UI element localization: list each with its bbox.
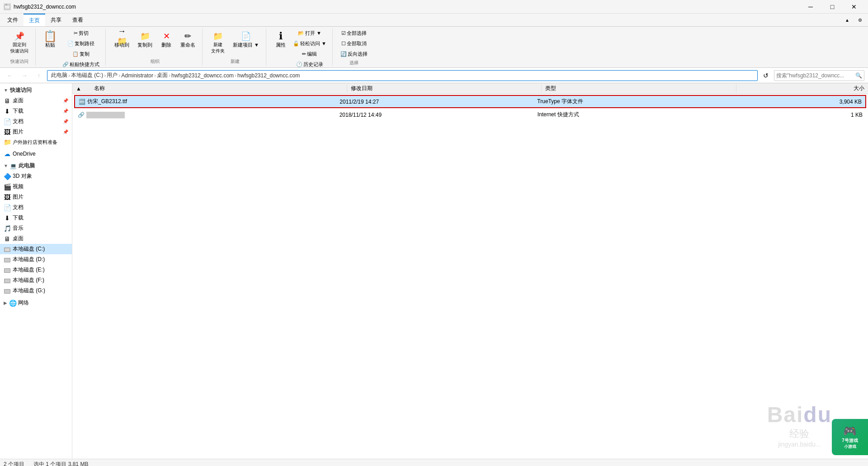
file-1-type: TrueType 字体文件 — [533, 98, 731, 105]
sidebar-item-onedrive[interactable]: ☁ OneDrive — [0, 149, 72, 159]
this-pc-header[interactable]: ▼ 💻 此电脑 — [0, 161, 72, 171]
game-icon-area[interactable]: 🎮 7号游戏 小游戏 — [832, 419, 868, 455]
downloads-pc-icon: ⬇ — [4, 214, 11, 222]
sidebar-item-outdoor[interactable]: 📁 户外旅行店资料准备 — [0, 137, 72, 147]
sidebar-item-desktop[interactable]: 🖥 桌面 📌 — [0, 95, 72, 106]
select-none-icon: ☐ — [341, 41, 346, 47]
ribbon-settings-btn[interactable]: ⚙ — [854, 14, 866, 26]
properties-area: ℹ 属性 — [272, 29, 290, 51]
move-to-button[interactable]: →📁 移动到 — [111, 29, 132, 51]
col-header-date[interactable]: 修改日期 — [347, 85, 542, 92]
file-2-name: ██████████ — [86, 112, 125, 118]
properties-label: 属性 — [276, 42, 286, 48]
sep-1: › — [68, 72, 70, 79]
sidebar-item-c-drive[interactable]: 本地磁盘 (C:) — [0, 244, 72, 254]
sep-3: › — [118, 72, 120, 79]
open-button[interactable]: 📂 打开 ▼ — [291, 29, 329, 38]
path-part-5: 桌面 — [157, 71, 168, 79]
col-header-name[interactable]: 名称 — [90, 85, 347, 92]
paste-shortcut-button[interactable]: 🔗 粘贴快捷方式 — [60, 60, 102, 69]
sidebar-item-e-drive[interactable]: 本地磁盘 (E:) — [0, 265, 72, 275]
col-header-type[interactable]: 类型 — [542, 85, 736, 92]
address-path[interactable]: 此电脑 › 本地磁盘 (C:) › 用户 › Administrator › 桌… — [47, 70, 758, 81]
new-folder-button[interactable]: 📁 新建 文件夹 — [208, 29, 228, 57]
file-row-2[interactable]: 🔗 ██████████ 2018/11/12 14:49 Internet 快… — [74, 109, 866, 120]
copy-label: 复制 — [80, 51, 90, 57]
pin-to-quick-access-button[interactable]: 📌 固定到 快速访问 — [7, 29, 32, 57]
new-folder-icon: 📁 — [212, 31, 223, 42]
delete-button[interactable]: ✕ 删除 — [157, 29, 175, 51]
up-button[interactable]: ↑ — [33, 69, 45, 82]
paste-icon: 📋 — [45, 31, 56, 42]
edit-icon: ✏ — [302, 51, 306, 57]
new-item-button[interactable]: 📄 新建项目 ▼ — [230, 29, 262, 51]
paste-button[interactable]: 📋 粘贴 — [41, 29, 59, 51]
sidebar-item-f-drive[interactable]: 本地磁盘 (F:) — [0, 275, 72, 285]
sidebar-item-music[interactable]: 🎵 音乐 — [0, 223, 72, 233]
tab-file[interactable]: 文件 — [2, 14, 24, 26]
new-group-label: 新建 — [231, 57, 240, 66]
sidebar-quick-access: ▼ 快速访问 🖥 桌面 📌 ⬇ 下载 📌 📄 文档 📌 🖼 图片 � — [0, 85, 72, 147]
properties-button[interactable]: ℹ 属性 — [272, 29, 290, 51]
sidebar-item-desktop-pc[interactable]: 🖥 桌面 — [0, 233, 72, 244]
minimize-button[interactable]: ─ — [800, 0, 821, 14]
copy-path-button[interactable]: 📄 复制路径 — [60, 39, 102, 48]
sidebar-item-docs-pc[interactable]: 📄 文档 — [0, 202, 72, 213]
easy-access-button[interactable]: 🔓 轻松访问 ▼ — [291, 39, 329, 48]
sidebar-item-downloads-pc[interactable]: ⬇ 下载 — [0, 213, 72, 223]
open-small-buttons: 📂 打开 ▼ 🔓 轻松访问 ▼ ✏ 编辑 — [291, 29, 329, 69]
refresh-button[interactable]: ↺ — [760, 69, 772, 82]
tab-share[interactable]: 共享 — [45, 14, 67, 26]
search-input[interactable] — [776, 72, 855, 79]
search-icon: 🔍 — [855, 72, 862, 79]
quick-access-header[interactable]: ▼ 快速访问 — [0, 85, 72, 95]
video-icon: 🎬 — [4, 183, 11, 190]
header-up-area: ▲ — [72, 86, 90, 92]
file-1-name: 仿宋_GB2312.ttf — [87, 98, 127, 105]
forward-button[interactable]: → — [18, 69, 31, 82]
tab-home[interactable]: 主页 — [24, 14, 45, 26]
copy-to-label: 复制到 — [137, 42, 152, 48]
sidebar-item-downloads[interactable]: ⬇ 下载 📌 — [0, 106, 72, 116]
sidebar-item-d-drive[interactable]: 本地磁盘 (D:) — [0, 254, 72, 265]
back-button[interactable]: ← — [4, 69, 16, 82]
tab-view[interactable]: 查看 — [67, 14, 89, 26]
close-button[interactable]: ✕ — [844, 0, 864, 14]
sidebar-item-pictures[interactable]: 🖼 图片 📌 — [0, 127, 72, 137]
edit-label: 编辑 — [307, 51, 317, 57]
sidebar-item-network[interactable]: ▶ 🌐 网络 — [0, 298, 72, 308]
path-part-7: hwfsgb2312_downcc.com — [237, 72, 300, 79]
svg-rect-1 — [5, 5, 10, 9]
copy-button[interactable]: 📋 复制 — [60, 49, 102, 59]
select-none-button[interactable]: ☐ 全部取消 — [338, 39, 370, 48]
sidebar-item-docs[interactable]: 📄 文档 📌 — [0, 116, 72, 127]
sidebar-item-3d[interactable]: 🔷 3D 对象 — [0, 171, 72, 181]
quick-access-arrow: ▼ — [4, 88, 8, 93]
pin-icon: 📌 — [14, 31, 25, 42]
this-pc-icon: 💻 — [10, 163, 17, 169]
col-header-size[interactable]: 大小 — [736, 85, 868, 92]
file-row-1[interactable]: 🔤 仿宋_GB2312.ttf 2011/2/19 14:27 TrueType… — [75, 96, 865, 107]
copy-to-button[interactable]: 📁 复制到 — [134, 29, 156, 51]
sidebar-item-g-drive[interactable]: 本地磁盘 (G:) — [0, 285, 72, 296]
file-2-name-cell: 🔗 ██████████ — [74, 112, 336, 118]
sidebar-item-video[interactable]: 🎬 视频 — [0, 181, 72, 192]
pictures-pin: 📌 — [63, 129, 68, 134]
invert-select-button[interactable]: 🔄 反向选择 — [338, 49, 370, 59]
cut-button[interactable]: ✂ 剪切 — [60, 29, 102, 38]
edit-button[interactable]: ✏ 编辑 — [291, 49, 329, 59]
desktop-icon: 🖥 — [4, 97, 11, 105]
3d-label: 3D 对象 — [13, 172, 68, 180]
video-label: 视频 — [13, 183, 68, 190]
sidebar-item-pictures-pc[interactable]: 🖼 图片 — [0, 192, 72, 202]
file-1-icon: 🔤 — [79, 99, 85, 105]
rename-button[interactable]: ✏ 重命名 — [177, 29, 198, 51]
history-button[interactable]: 🕐 历史记录 — [291, 60, 329, 69]
new-item-icon: 📄 — [241, 31, 251, 42]
desktop-label: 桌面 — [13, 97, 61, 105]
maximize-button[interactable]: □ — [822, 0, 843, 14]
select-all-button[interactable]: ☑ 全部选择 — [338, 29, 370, 38]
new-item-label: 新建项目 ▼ — [233, 42, 259, 48]
ribbon-collapse-btn[interactable]: ▲ — [841, 14, 854, 26]
outdoor-label: 户外旅行店资料准备 — [13, 139, 68, 146]
